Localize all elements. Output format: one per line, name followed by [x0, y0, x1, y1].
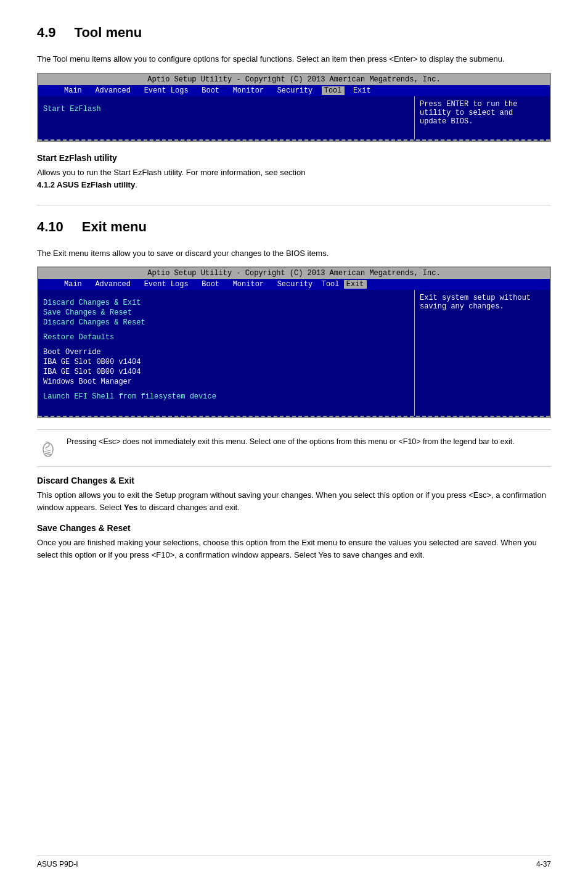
svg-line-3	[46, 450, 51, 451]
bios-exit-separator	[38, 416, 550, 417]
save-reset-body: Once you are finished making your select…	[37, 537, 551, 561]
bios-tool-screen: Aptio Setup Utility - Copyright (C) 2013…	[37, 73, 551, 142]
bios-exit-item-3: Discard Changes & Reset	[43, 318, 409, 327]
section-separator	[37, 205, 551, 205]
note-icon	[37, 436, 59, 460]
bios-tool-right: Press ENTER to run theutility to select …	[414, 96, 550, 139]
ezflash-link: 4.1.2 ASUS EzFlash utility	[37, 180, 135, 189]
bios-tool-title: Aptio Setup Utility - Copyright (C) 2013…	[38, 74, 550, 85]
section-49-number: 4.9	[37, 25, 56, 41]
footer-left: ASUS P9D-I	[37, 860, 78, 868]
section-49-intro: The Tool menu items allow you to configu…	[37, 53, 551, 65]
bios-exit-screen: Aptio Setup Utility - Copyright (C) 2013…	[37, 266, 551, 418]
bios-tool-menubar: Main Advanced Event Logs Boot Monitor Se…	[38, 85, 550, 96]
bios-exit-item-iba1: IBA GE Slot 0B00 v1404	[43, 358, 409, 366]
bios-exit-item-1: Discard Changes & Exit	[43, 299, 409, 307]
section-410: 4.10 Exit menu The Exit menu items allow…	[37, 219, 551, 561]
bios-exit-right: Exit system setup withoutsaving any chan…	[414, 290, 550, 416]
section-410-intro: The Exit menu items allow you to save or…	[37, 247, 551, 260]
bios-tool-content: Start EzFlash Press ENTER to run theutil…	[38, 96, 550, 139]
section-49: 4.9 Tool menu The Tool menu items allow …	[37, 25, 551, 191]
bios-exit-item-windows: Windows Boot Manager	[43, 377, 409, 386]
svg-line-1	[45, 453, 51, 455]
bios-exit-left: Discard Changes & Exit Save Changes & Re…	[38, 290, 414, 416]
bios-tool-left: Start EzFlash	[38, 96, 414, 139]
bios-tool-active: Tool	[322, 86, 345, 95]
note-text: Pressing <Esc> does not immediately exit…	[67, 436, 515, 448]
sub-heading-save-reset: Save Changes & Reset	[37, 523, 551, 533]
svg-line-2	[44, 452, 51, 453]
section-49-title: Tool menu	[75, 25, 142, 41]
bios-exit-menubar: Main Advanced Event Logs Boot Monitor Se…	[38, 279, 550, 290]
discard-exit-body: This option allows you to exit the Setup…	[37, 489, 551, 514]
bios-exit-title: Aptio Setup Utility - Copyright (C) 2013…	[38, 268, 550, 279]
footer-right: 4-37	[536, 860, 551, 868]
bios-exit-content: Discard Changes & Exit Save Changes & Re…	[38, 290, 550, 416]
bios-exit-item-iba2: IBA GE Slot 0B00 v1404	[43, 368, 409, 376]
start-ezflash-body: Allows you to run the Start EzFlash util…	[37, 167, 551, 191]
note-box: Pressing <Esc> does not immediately exit…	[37, 429, 551, 467]
bios-exit-item-efi-shell: Launch EFI Shell from filesystem device	[43, 392, 409, 401]
bios-exit-active: Exit	[344, 280, 367, 289]
bios-exit-item-boot-override: Boot Override	[43, 348, 409, 357]
footer: ASUS P9D-I 4-37	[37, 856, 551, 868]
bios-tool-hint: Press ENTER to run theutility to select …	[420, 100, 545, 126]
bios-tool-separator	[38, 139, 550, 141]
sub-heading-discard-exit: Discard Changes & Exit	[37, 476, 551, 485]
section-410-number: 4.10	[37, 219, 63, 235]
bios-tool-item-start: Start EzFlash	[43, 105, 409, 113]
bios-exit-item-restore: Restore Defaults	[43, 333, 409, 342]
bios-exit-hint: Exit system setup withoutsaving any chan…	[420, 294, 545, 311]
discard-exit-yes: Yes	[124, 503, 137, 512]
sub-heading-start-ezflash: Start EzFlash utility	[37, 153, 551, 163]
section-410-title: Exit menu	[82, 219, 147, 235]
bios-exit-item-2: Save Changes & Reset	[43, 308, 409, 317]
